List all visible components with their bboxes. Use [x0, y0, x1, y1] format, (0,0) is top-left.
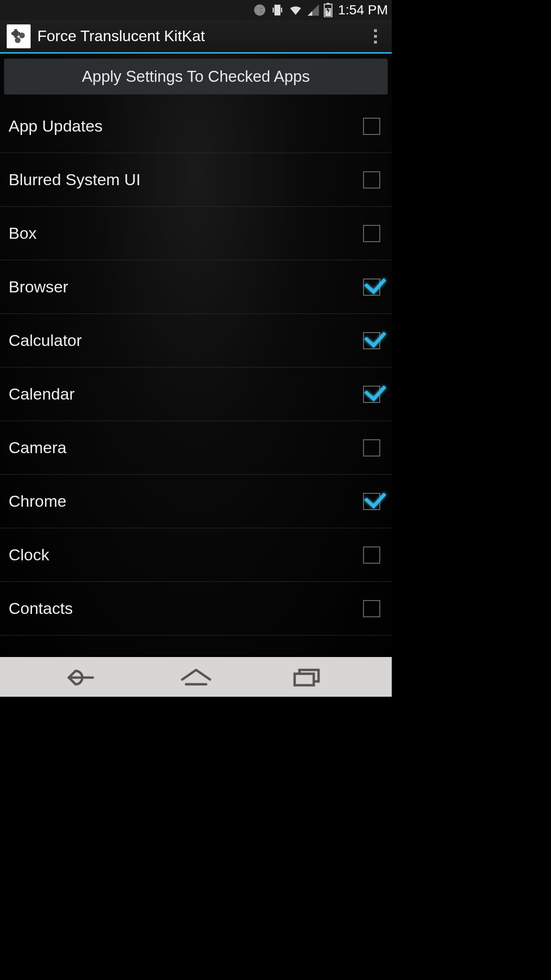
home-button[interactable] — [175, 663, 218, 691]
checkbox[interactable] — [363, 278, 380, 296]
app-name-label: Calculator — [9, 331, 363, 350]
svg-rect-6 — [14, 29, 17, 30]
app-name-label: App Updates — [9, 117, 363, 135]
app-row[interactable]: App Updates — [0, 100, 392, 153]
app-row[interactable]: Clock — [0, 528, 392, 582]
svg-point-5 — [15, 37, 21, 43]
status-time: 1:54 PM — [338, 2, 388, 18]
app-row[interactable]: Browser — [0, 260, 392, 314]
app-name-label: Browser — [9, 278, 363, 296]
app-name-label: Blurred System UI — [9, 170, 363, 189]
apply-settings-button[interactable]: Apply Settings To Checked Apps — [4, 58, 388, 95]
app-row[interactable]: Calculator — [0, 314, 392, 368]
checkbox[interactable] — [363, 439, 380, 457]
navigation-bar — [0, 657, 392, 697]
back-button[interactable] — [63, 663, 106, 691]
app-row[interactable]: Camera — [0, 421, 392, 475]
app-name-label: Clock — [9, 546, 363, 564]
app-row[interactable]: Calendar — [0, 368, 392, 421]
app-list: App UpdatesBlurred System UIBoxBrowserCa… — [0, 100, 392, 635]
app-row[interactable]: Contacts — [0, 582, 392, 635]
app-name-label: Camera — [9, 438, 363, 457]
svg-rect-9 — [19, 32, 20, 35]
app-row[interactable]: Chrome — [0, 475, 392, 528]
svg-rect-1 — [327, 3, 329, 4]
app-row[interactable]: Blurred System UI — [0, 153, 392, 207]
app-name-label: Box — [9, 224, 363, 243]
svg-rect-10 — [295, 674, 314, 685]
svg-point-3 — [12, 30, 19, 37]
app-name-label: Chrome — [9, 492, 363, 511]
svg-rect-8 — [11, 32, 12, 35]
overflow-menu-button[interactable] — [366, 24, 385, 48]
checkbox[interactable] — [363, 225, 380, 242]
checkbox[interactable] — [363, 118, 380, 135]
bluetooth-icon — [253, 3, 266, 17]
wifi-icon — [288, 3, 303, 17]
checkbox[interactable] — [363, 332, 380, 349]
signal-icon — [307, 3, 320, 17]
app-name-label: Contacts — [9, 599, 363, 618]
action-bar: Force Translucent KitKat — [0, 20, 392, 54]
app-row[interactable]: Box — [0, 207, 392, 260]
checkbox[interactable] — [363, 600, 380, 617]
status-bar: 1:54 PM — [0, 0, 392, 20]
vibrate-icon — [270, 3, 285, 17]
app-title: Force Translucent KitKat — [37, 27, 366, 45]
recent-apps-button[interactable] — [286, 663, 329, 691]
app-name-label: Calendar — [9, 385, 363, 403]
checkbox[interactable] — [363, 493, 380, 510]
checkbox[interactable] — [363, 546, 380, 564]
checkbox[interactable] — [363, 171, 380, 189]
battery-charging-icon — [324, 3, 332, 17]
content-area: Apply Settings To Checked Apps App Updat… — [0, 54, 392, 656]
app-icon — [7, 24, 31, 48]
checkbox[interactable] — [363, 386, 380, 403]
svg-rect-7 — [14, 37, 17, 38]
